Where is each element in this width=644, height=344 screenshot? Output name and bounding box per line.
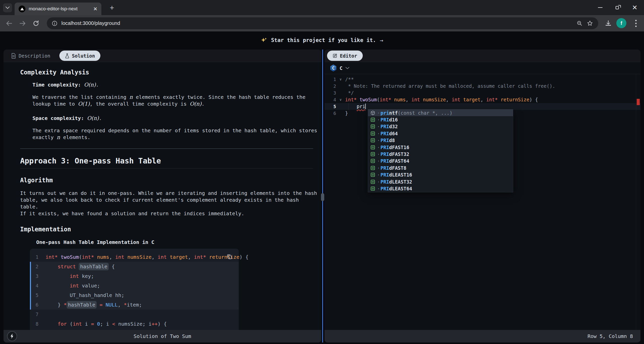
line-number: 1 (31, 252, 46, 262)
line-number: 4 (31, 281, 46, 290)
resize-grip-handle[interactable] (321, 193, 324, 201)
overview-ruler[interactable] (636, 74, 640, 330)
quick-action-button[interactable] (7, 331, 17, 341)
editor-line-number: 2 (325, 83, 336, 90)
fold-chevron-icon[interactable]: ∨ (336, 76, 345, 83)
editor-line[interactable]: 2 * Note: The returned array must be mal… (325, 83, 640, 90)
flask-icon (65, 53, 69, 59)
editor-line-number: 6 (325, 110, 336, 117)
tab-solution[interactable]: Solution (59, 51, 101, 61)
language-selector[interactable]: C C (325, 62, 640, 74)
chevron-down-icon (345, 67, 349, 69)
time-complexity-line: Time complexity: O(n). (32, 81, 317, 88)
copy-code-button[interactable] (225, 252, 234, 261)
code-line: 1int* twoSum(int* nums, int numsSize, in… (30, 252, 239, 262)
star-project-banner[interactable]: Star this project if you like it. → (0, 31, 644, 49)
suggest-item[interactable]: ·PRId8 (368, 137, 513, 144)
code-line: 3 int key; (30, 271, 239, 281)
browser-toolbar: localhost:3000/playground f (0, 15, 644, 31)
editor-line-number: 3 (325, 90, 336, 96)
cursor-position: Row 5, Column 8 (587, 333, 633, 339)
suggest-item[interactable]: ·PRIdLEAST16 (368, 171, 513, 178)
snippet-symbol-icon (371, 124, 375, 129)
right-status-bar: Row 5, Column 8 (325, 330, 640, 342)
right-panel-header: Editor (325, 50, 640, 62)
url-text[interactable]: localhost:3000/playground (61, 20, 573, 26)
arrow-right-icon: → (380, 37, 383, 44)
section-divider (20, 148, 313, 149)
tab-description-label: Description (19, 53, 50, 59)
tab-editor[interactable]: Editor (327, 51, 363, 61)
suggest-item[interactable]: ·PRId16 (368, 116, 513, 123)
inline-math: n (129, 94, 133, 100)
editor-line[interactable]: 5 pri (325, 103, 640, 110)
tab-close-button[interactable]: ✕ (93, 6, 97, 12)
site-info-icon[interactable] (52, 21, 57, 26)
download-icon[interactable] (605, 20, 612, 27)
code-line: 7 (30, 310, 239, 319)
snippet-symbol-icon (371, 152, 375, 156)
fold-chevron-icon[interactable]: ∨ (336, 96, 345, 103)
kebab-menu-icon[interactable] (635, 20, 637, 27)
inline-math: O(n) (87, 115, 99, 121)
suggest-item[interactable]: ·PRIdFAST32 (368, 151, 513, 157)
vercel-favicon-icon (19, 6, 25, 12)
editor-line-number: 4 (325, 96, 336, 103)
autocomplete-popup: ·printf(const char *, ...)·PRId16·PRId32… (368, 109, 513, 192)
bookmark-star-icon[interactable] (587, 20, 593, 27)
forward-icon[interactable] (19, 20, 26, 27)
window-restore-button[interactable] (616, 6, 619, 9)
editor-line-number: 1 (325, 76, 336, 83)
sparkles-icon (261, 37, 267, 44)
suggest-item[interactable]: ·PRId64 (368, 130, 513, 137)
browser-tab[interactable]: monaco-editor-lsp-next ✕ (15, 3, 101, 15)
avatar[interactable]: f (616, 18, 626, 28)
left-panel-header: Description Solution (4, 50, 321, 62)
monaco-editor[interactable]: 1∨/**2 * Note: The returned array must b… (325, 74, 640, 330)
snippet-symbol-icon (371, 180, 375, 184)
suggest-item[interactable]: ·PRIdFAST8 (368, 164, 513, 171)
fold-spacer (336, 83, 345, 90)
snippet-symbol-icon (371, 173, 375, 177)
heading-algorithm: Algorithm (20, 177, 317, 184)
fold-spacer (336, 110, 345, 117)
snippet-symbol-icon (371, 138, 375, 143)
suggest-item[interactable]: ·PRIdFAST16 (368, 144, 513, 151)
address-bar[interactable]: localhost:3000/playground (47, 17, 598, 29)
back-icon[interactable] (6, 20, 13, 27)
editor-line[interactable]: 4∨int* twoSum(int* nums, int numsSize, i… (325, 96, 640, 103)
editor-line-number: 5 (325, 103, 336, 110)
window-close-button[interactable]: ✕ (632, 4, 637, 11)
editor-line[interactable]: 3 */ (325, 90, 640, 96)
new-tab-button[interactable]: + (108, 4, 116, 12)
document-icon (11, 53, 16, 59)
suggest-item[interactable]: ·PRIdLEAST64 (368, 185, 513, 192)
code-line: 8 for (int i = 0; i < numsSize; i++) { (30, 319, 239, 329)
paragraph: The extra space required depends on the … (32, 127, 317, 141)
inline-math: O(n) (190, 101, 202, 107)
snippet-symbol-icon (371, 117, 375, 122)
suggest-item[interactable]: ·printf(const char *, ...) (368, 109, 513, 116)
paragraph: It turns out we can do it in one-pass. W… (20, 190, 317, 217)
editor-panel: Editor C C 1∨/**2 * Note: The returned a… (325, 50, 640, 342)
inline-math: n (57, 134, 60, 140)
status-title: Solution of Two Sum (134, 333, 191, 339)
tab-description[interactable]: Description (11, 53, 50, 59)
zoom-out-icon[interactable] (577, 20, 583, 26)
suggest-item[interactable]: ·PRId32 (368, 123, 513, 130)
snippet-symbol-icon (371, 145, 375, 150)
tab-editor-label: Editor (340, 53, 357, 59)
reload-icon[interactable] (33, 20, 39, 27)
fold-spacer (336, 103, 345, 110)
paragraph: We traverse the list containing n elemen… (32, 94, 317, 107)
heading-approach-3: Approach 3: One-pass Hash Table (20, 157, 313, 168)
code-block: 1int* twoSum(int* nums, int numsSize, in… (30, 249, 239, 330)
inline-math: O(1) (78, 101, 90, 107)
editor-line[interactable]: 1∨/** (325, 76, 640, 83)
suggest-item[interactable]: ·PRIdFAST64 (368, 158, 513, 164)
snippet-symbol-icon (371, 186, 375, 191)
suggest-item[interactable]: ·PRIdLEAST32 (368, 178, 513, 185)
code-caption: One-pass Hash Table Implementation in C (36, 239, 317, 246)
tab-search-button[interactable] (3, 3, 12, 12)
window-minimize-button[interactable] (598, 7, 602, 8)
